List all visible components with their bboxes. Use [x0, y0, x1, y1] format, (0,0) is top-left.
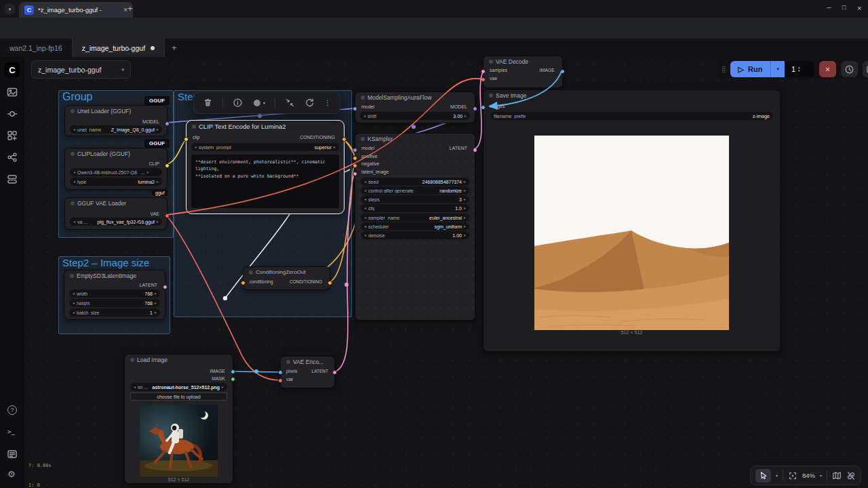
decrement-icon[interactable]: ◂ — [73, 170, 75, 174]
increment-icon[interactable]: ▸ — [157, 220, 159, 224]
widget-unet-name[interactable]: ◂ unet_name Z_Image_Q8_0.gguf ▸ — [70, 125, 162, 134]
node-title-bar[interactable]: CLIPLoader (GGUF) — [65, 148, 167, 159]
output-port-image[interactable] — [231, 369, 235, 374]
widget-height[interactable]: ◂ height 768 ▸ — [69, 299, 160, 307]
queue-icon[interactable] — [7, 174, 18, 184]
node-title-bar[interactable]: GGUF VAE Loader — [65, 198, 167, 208]
decrement-icon[interactable]: ◂ — [363, 114, 366, 118]
workflow-title-dropdown[interactable]: z_image_turbo-gguf ▾ — [31, 60, 131, 79]
help-icon[interactable]: ? — [7, 405, 17, 415]
output-port-latent[interactable] — [332, 370, 337, 375]
collapse-dot[interactable] — [361, 96, 365, 100]
input-port-pixels[interactable] — [278, 370, 283, 375]
delete-node-button[interactable] — [203, 98, 213, 108]
zoom-chevron-icon[interactable]: ▾ — [820, 473, 822, 478]
collapse-dot[interactable] — [249, 270, 253, 274]
widget-clip-name[interactable]: ◂ Qwen3-4B-Instruct-2507-Q8_ ... ▸ — [70, 168, 162, 176]
output-port-model[interactable] — [473, 106, 477, 111]
node-title-bar[interactable]: Save Image — [484, 90, 780, 100]
increment-icon[interactable]: ▸ — [464, 233, 466, 237]
node-title-bar[interactable]: Unet Loader (GGUF) — [65, 106, 167, 116]
zoom-level[interactable]: 84% — [802, 472, 815, 479]
collapse-dot[interactable] — [70, 274, 74, 278]
input-port-images[interactable] — [481, 105, 486, 110]
output-port-conditioning[interactable] — [342, 137, 347, 142]
workflows-icon[interactable] — [7, 108, 18, 119]
node-clip-loader[interactable]: CLIPLoader (GGUF) CLIP ◂ Qwen3-4B-Instru… — [64, 148, 167, 190]
increment-icon[interactable]: ▸ — [155, 291, 157, 296]
input-port-negative[interactable] — [353, 163, 357, 168]
widget-system-prompt[interactable]: ◂ system_prompt superior ▸ — [191, 143, 339, 151]
queue-count-input[interactable]: 1 ▴▾ — [785, 61, 814, 77]
node-title-bar[interactable]: EmptySD3LatentImage — [64, 270, 165, 281]
image-gallery-icon[interactable] — [7, 87, 18, 98]
decrement-icon[interactable]: ◂ — [364, 216, 366, 220]
collapse-dot[interactable] — [489, 94, 493, 98]
widget-clip-type[interactable]: ◂ type lumina2 ▸ — [70, 178, 162, 186]
increment-icon[interactable]: ▸ — [157, 180, 159, 184]
widget-cfg[interactable]: ◂ cfg 1.0 ▸ — [361, 204, 469, 212]
input-port-clip[interactable] — [184, 137, 189, 142]
window-maximize-button[interactable]: □ — [842, 4, 846, 11]
tab-search-button[interactable]: ▾ — [5, 4, 15, 14]
collapse-dot[interactable] — [71, 109, 75, 113]
widget-scheduler[interactable]: ◂ scheduler sgm_uniform ▸ — [361, 222, 469, 230]
decrement-icon[interactable]: ◂ — [73, 180, 75, 184]
widget-image-file[interactable]: ◂ im ... astronaut-horse_512×512.png ▸ — [130, 383, 227, 391]
node-title-bar[interactable]: ConditioningZeroOut — [243, 267, 330, 277]
collapse-dot[interactable] — [286, 360, 290, 364]
stepper-down-icon[interactable]: ▾ — [798, 69, 800, 73]
increment-icon[interactable]: ▸ — [147, 170, 149, 174]
models-icon[interactable] — [7, 130, 18, 141]
output-port-conditioning[interactable] — [328, 281, 332, 285]
fit-view-button[interactable] — [788, 471, 797, 481]
redo-button[interactable] — [304, 98, 315, 108]
output-port-latent[interactable] — [473, 148, 477, 152]
node-color-button[interactable]: ▾ — [252, 98, 265, 108]
widget-width[interactable]: ◂ width 768 ▸ — [69, 289, 160, 298]
node-vae-decode[interactable]: VAE Decode samples vae IMAGE — [483, 56, 563, 88]
collapse-dot[interactable] — [192, 125, 196, 129]
sidebar-toggle-button[interactable] — [863, 61, 868, 77]
node-ksampler[interactable]: KSampler model positive negative latent_… — [355, 133, 475, 321]
increment-icon[interactable]: ▸ — [155, 310, 157, 314]
tool-chevron-icon[interactable]: ▾ — [776, 473, 778, 478]
workflow-tab-zimage[interactable]: z_image_turbo-gguf — [72, 39, 165, 57]
minimap-button[interactable] — [832, 471, 842, 481]
toggle-links-button[interactable] — [846, 471, 856, 481]
cancel-button[interactable]: × — [819, 61, 836, 77]
run-button[interactable]: ▷ Run — [730, 61, 771, 77]
widget-seed[interactable]: ◂ seed 246808854877374 ▸ — [361, 178, 469, 186]
decrement-icon[interactable]: ◂ — [364, 233, 366, 237]
output-port-clip[interactable] — [165, 163, 170, 168]
more-options-icon[interactable]: ⋮ — [324, 99, 331, 106]
decrement-icon[interactable]: ◂ — [73, 310, 75, 314]
widget-sampler-name[interactable]: ◂ sampler_name euler_ancestral ▸ — [361, 214, 469, 222]
node-save-image[interactable]: Save Image images filename_prefix z-imag… — [483, 89, 781, 352]
node-clip-text-encode[interactable]: CLIP Text Encode for Lumina2 clip CONDIT… — [186, 120, 344, 214]
decrement-icon[interactable]: ◂ — [364, 206, 366, 210]
node-unet-loader[interactable]: Unet Loader (GGUF) MODEL ◂ unet_name Z_I… — [64, 105, 167, 136]
output-port-vae[interactable] — [165, 214, 170, 218]
increment-icon[interactable]: ▸ — [464, 224, 466, 228]
input-port-vae[interactable] — [481, 77, 486, 82]
collapse-node-button[interactable] — [285, 98, 295, 108]
collapse-dot[interactable] — [71, 201, 75, 205]
node-empty-latent[interactable]: EmptySD3LatentImage LATENT ◂ width 768 ▸… — [64, 270, 165, 320]
logs-icon[interactable] — [7, 449, 18, 460]
collapse-dot[interactable] — [489, 60, 493, 64]
decrement-icon[interactable]: ◂ — [195, 145, 197, 149]
increment-icon[interactable]: ▸ — [222, 385, 224, 389]
increment-icon[interactable]: ▸ — [157, 127, 159, 131]
widget-filename-prefix[interactable]: filename_prefix z-image — [490, 112, 773, 120]
widget-steps[interactable]: ◂ steps 3 ▸ — [361, 195, 469, 203]
browser-tab[interactable]: C *z_image_turbo-gguf - × — [19, 2, 133, 18]
decrement-icon[interactable]: ◂ — [364, 224, 366, 228]
widget-shift[interactable]: ◂ shift 3.00 ▸ — [360, 112, 470, 120]
workflow-tab-wan[interactable]: wan2.1_inp-fp16 — [0, 39, 72, 57]
terminal-icon[interactable]: >_ — [7, 428, 18, 439]
increment-icon[interactable]: ▸ — [155, 301, 157, 305]
node-load-image[interactable]: Load Image IMAGE MASK ◂ im ... astronaut… — [124, 354, 233, 484]
node-title-bar[interactable]: ModelSamplingAuraFlow — [355, 92, 475, 102]
input-port-samples[interactable] — [481, 69, 486, 74]
